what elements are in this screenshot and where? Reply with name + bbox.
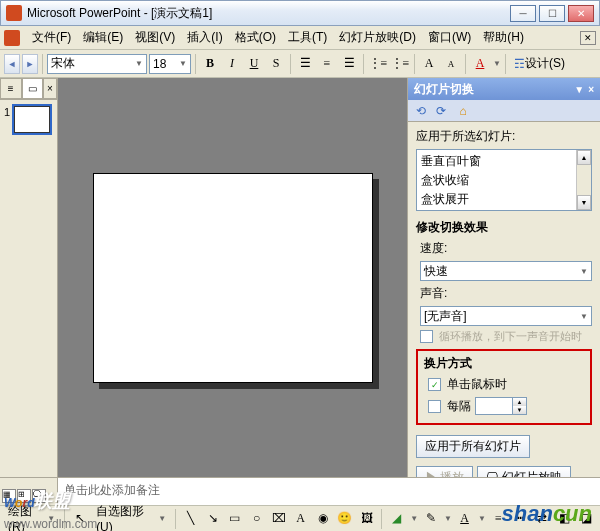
scroll-down-icon[interactable]: ▼ — [577, 195, 591, 210]
document-icon — [4, 30, 20, 46]
list-item[interactable]: 盒状展开 — [419, 190, 574, 209]
menu-file[interactable]: 文件(F) — [26, 27, 77, 48]
powerpoint-icon — [6, 5, 22, 21]
sound-label: 声音: — [420, 285, 592, 302]
spin-down-icon[interactable]: ▼ — [512, 406, 526, 414]
scroll-up-icon[interactable]: ▲ — [577, 150, 591, 165]
autoshapes-menu[interactable]: 自选图形(U) ▼ — [92, 503, 170, 531]
home-icon[interactable]: ⌂ — [454, 102, 472, 120]
list-item[interactable]: 垂直百叶窗 — [419, 152, 574, 171]
menu-window[interactable]: 窗口(W) — [422, 27, 477, 48]
chevron-down-icon: ▼ — [179, 59, 187, 68]
watermark-url: www.wordlm.com — [4, 517, 97, 531]
highlighted-section: 换片方式 ✓ 单击鼠标时 每隔 ▲ ▼ — [416, 349, 592, 425]
taskpane-title: 幻灯片切换 — [414, 81, 474, 98]
align-right-button[interactable]: ☰ — [339, 54, 359, 74]
underline-button[interactable]: U — [244, 54, 264, 74]
chevron-down-icon: ▼ — [580, 267, 588, 276]
line-color-button[interactable]: ✎ — [421, 509, 440, 529]
scrollbar[interactable]: ▲ ▼ — [576, 150, 591, 210]
oval-button[interactable]: ○ — [247, 509, 266, 529]
advance-label: 换片方式 — [424, 355, 584, 372]
chevron-down-icon[interactable]: ▼ — [478, 514, 486, 523]
font-family-value: 宋体 — [51, 55, 75, 72]
apply-selected-label: 应用于所选幻灯片: — [416, 128, 592, 145]
interval-input[interactable]: ▲ ▼ — [475, 397, 527, 415]
diagram-button[interactable]: ◉ — [313, 509, 332, 529]
nav-fwd-button[interactable]: ► — [22, 54, 38, 74]
menu-edit[interactable]: 编辑(E) — [77, 27, 129, 48]
bold-button[interactable]: B — [200, 54, 220, 74]
nav-back-icon[interactable]: ⟲ — [412, 102, 430, 120]
list-item[interactable]: 盒状收缩 — [419, 171, 574, 190]
window-title: Microsoft PowerPoint - [演示文稿1] — [27, 5, 510, 22]
font-color-button[interactable]: A — [470, 54, 490, 74]
nav-back-button[interactable]: ◄ — [4, 54, 20, 74]
close-button[interactable]: ✕ — [568, 5, 594, 22]
speed-combo[interactable]: 快速 ▼ — [420, 261, 592, 281]
fill-color-button[interactable]: ◢ — [387, 509, 406, 529]
align-center-button[interactable]: ≡ — [317, 54, 337, 74]
transition-listbox[interactable]: 垂直百叶窗 盒状收缩 盒状展开 ▲ ▼ — [416, 149, 592, 211]
font-family-combo[interactable]: 宋体 ▼ — [47, 54, 147, 74]
nav-fwd-icon[interactable]: ⟳ — [432, 102, 450, 120]
play-button[interactable]: ▶ 播放 — [416, 466, 473, 477]
menu-view[interactable]: 视图(V) — [129, 27, 181, 48]
spin-up-icon[interactable]: ▲ — [512, 398, 526, 406]
arrow-button[interactable]: ↘ — [203, 509, 222, 529]
maximize-button[interactable]: ☐ — [539, 5, 565, 22]
slides-tab[interactable]: ▭ — [22, 78, 44, 99]
decrease-font-button[interactable]: A — [441, 54, 461, 74]
sound-combo[interactable]: [无声音] ▼ — [420, 306, 592, 326]
line-button[interactable]: ╲ — [181, 509, 200, 529]
wordart-button[interactable]: A — [291, 509, 310, 529]
menu-slideshow[interactable]: 幻灯片放映(D) — [333, 27, 422, 48]
menu-insert[interactable]: 插入(I) — [181, 27, 228, 48]
textbox-button[interactable]: ⌧ — [269, 509, 288, 529]
apply-all-button[interactable]: 应用于所有幻灯片 — [416, 435, 530, 458]
onclick-checkbox[interactable]: ✓ — [428, 378, 441, 391]
picture-button[interactable]: 🖼 — [357, 509, 376, 529]
menu-help[interactable]: 帮助(H) — [477, 27, 530, 48]
chevron-down-icon: ▼ — [135, 59, 143, 68]
bullets-button[interactable]: ⋮≡ — [390, 54, 410, 74]
slide-thumbnail[interactable] — [14, 106, 50, 133]
outline-pane: ≡ ▭ × 1 — [0, 78, 58, 477]
menu-format[interactable]: 格式(O) — [229, 27, 282, 48]
chevron-down-icon[interactable]: ▼ — [444, 514, 452, 523]
watermark-logo: Word联盟 — [4, 485, 70, 513]
slide-number: 1 — [4, 106, 10, 133]
design-button[interactable]: ☶ 设计(S) — [510, 54, 569, 74]
onclick-label: 单击鼠标时 — [447, 376, 507, 393]
outline-close[interactable]: × — [43, 78, 57, 99]
font-color-button[interactable]: A — [455, 509, 474, 529]
task-pane: 幻灯片切换 ▼ × ⟲ ⟳ ⌂ 应用于所选幻灯片: 垂直百叶窗 盒状收缩 盒状展… — [408, 78, 600, 477]
speed-value: 快速 — [424, 263, 448, 280]
numbering-button[interactable]: ⋮≡ — [368, 54, 388, 74]
modify-effect-label: 修改切换效果 — [416, 219, 592, 236]
sound-value: [无声音] — [424, 308, 467, 325]
slide-editor-pane[interactable] — [58, 78, 408, 477]
align-left-button[interactable]: ☰ — [295, 54, 315, 74]
window-titlebar: Microsoft PowerPoint - [演示文稿1] ─ ☐ ✕ — [0, 0, 600, 26]
taskpane-menu-button[interactable]: ▼ — [574, 84, 584, 95]
outline-tab[interactable]: ≡ — [0, 78, 22, 99]
taskpane-header: 幻灯片切换 ▼ × — [408, 78, 600, 100]
taskpane-close-button[interactable]: × — [588, 84, 594, 95]
chevron-down-icon[interactable]: ▼ — [493, 59, 501, 68]
increase-font-button[interactable]: A — [419, 54, 439, 74]
document-close-button[interactable]: ✕ — [580, 31, 596, 45]
font-size-combo[interactable]: 18 ▼ — [149, 54, 191, 74]
menu-bar: 文件(F) 编辑(E) 视图(V) 插入(I) 格式(O) 工具(T) 幻灯片放… — [0, 26, 600, 50]
menu-tools[interactable]: 工具(T) — [282, 27, 333, 48]
clipart-button[interactable]: 🙂 — [335, 509, 354, 529]
auto-after-checkbox[interactable] — [428, 400, 441, 413]
minimize-button[interactable]: ─ — [510, 5, 536, 22]
shadow-button[interactable]: S — [266, 54, 286, 74]
rectangle-button[interactable]: ▭ — [225, 509, 244, 529]
chevron-down-icon[interactable]: ▼ — [410, 514, 418, 523]
italic-button[interactable]: I — [222, 54, 242, 74]
slideshow-button[interactable]: 🖵 幻灯片放映 — [477, 466, 570, 477]
slide-canvas[interactable] — [93, 173, 373, 383]
loop-checkbox — [420, 330, 433, 343]
